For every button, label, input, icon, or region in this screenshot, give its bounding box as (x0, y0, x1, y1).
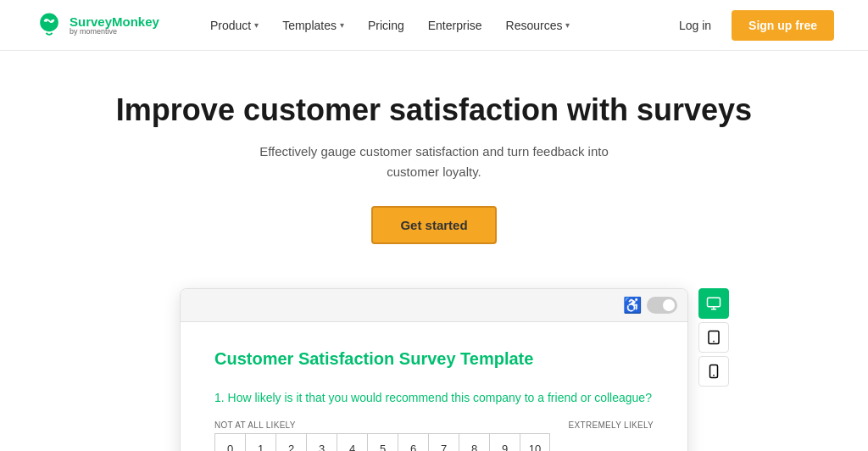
nav-enterprise-label: Enterprise (428, 19, 482, 32)
preview-wrapper: ♿ Customer Satisfaction Survey Template … (180, 288, 688, 451)
logo-sub: by momentive (70, 28, 159, 36)
svg-point-0 (40, 13, 58, 31)
toggle-switch[interactable] (647, 297, 677, 314)
scale-number-7[interactable]: 7 (428, 433, 459, 451)
preview-toolbar: ♿ (181, 289, 687, 322)
survey-preview-card: ♿ Customer Satisfaction Survey Template … (180, 288, 688, 451)
scale-number-5[interactable]: 5 (367, 433, 398, 451)
svg-rect-3 (708, 298, 721, 307)
nav-resources-label: Resources (506, 19, 563, 32)
preview-section: ♿ Customer Satisfaction Survey Template … (0, 271, 868, 451)
toolbar-icons: ♿ (623, 296, 677, 315)
nav-templates-label: Templates (282, 19, 337, 32)
scale-left-label: NOT AT ALL LIKELY (214, 420, 296, 430)
nav-product-label: Product (210, 19, 251, 32)
navbar-right: Log in Sign up free (669, 10, 834, 41)
survey-title: Customer Satisfaction Survey Template (214, 349, 654, 369)
scale-number-4[interactable]: 4 (337, 433, 367, 451)
signup-button[interactable]: Sign up free (732, 10, 834, 41)
scale-number-1[interactable]: 1 (245, 433, 275, 451)
nav-enterprise[interactable]: Enterprise (418, 12, 492, 39)
chevron-down-icon: ▾ (565, 20, 570, 30)
desktop-icon (706, 296, 721, 311)
svg-point-1 (45, 19, 47, 22)
scale-number-2[interactable]: 2 (275, 433, 306, 451)
chevron-down-icon: ▾ (254, 20, 259, 30)
question-body: How likely is it that you would recommen… (228, 391, 652, 404)
scale-labels: NOT AT ALL LIKELY EXTREMELY LIKELY (214, 420, 654, 430)
hero-title: Improve customer satisfaction with surve… (17, 92, 851, 128)
get-started-button[interactable]: Get started (371, 206, 496, 244)
nav-product[interactable]: Product ▾ (200, 12, 269, 39)
nav-pricing[interactable]: Pricing (358, 12, 415, 39)
hero-subtitle: Effectively gauge customer satisfaction … (256, 142, 612, 182)
nav-resources[interactable]: Resources ▾ (496, 12, 581, 39)
tablet-icon (706, 330, 721, 345)
scale-container: NOT AT ALL LIKELY EXTREMELY LIKELY 01234… (214, 420, 654, 451)
scale-right-label: EXTREMELY LIKELY (569, 420, 654, 430)
logo[interactable]: SurveyMonkey by momentive (34, 10, 159, 41)
navbar-left: SurveyMonkey by momentive Product ▾ Temp… (34, 10, 580, 41)
device-sidebar (698, 288, 729, 387)
chevron-down-icon: ▾ (340, 20, 344, 30)
tablet-view-button[interactable] (698, 322, 729, 353)
scale-number-3[interactable]: 3 (306, 433, 337, 451)
nav-templates[interactable]: Templates ▾ (272, 12, 354, 39)
mobile-view-button[interactable] (698, 356, 729, 387)
main-nav: Product ▾ Templates ▾ Pricing Enterprise… (200, 12, 581, 39)
login-button[interactable]: Log in (669, 12, 721, 39)
scale-number-8[interactable]: 8 (459, 433, 489, 451)
scale-number-0[interactable]: 0 (214, 433, 245, 451)
scale-number-9[interactable]: 9 (489, 433, 520, 451)
svg-point-2 (51, 19, 53, 22)
mobile-icon (706, 364, 721, 379)
logo-text: SurveyMonkey by momentive (70, 15, 159, 36)
question-text: 1. How likely is it that you would recom… (214, 389, 654, 407)
scale-number-10[interactable]: 10 (520, 433, 550, 451)
survey-content: Customer Satisfaction Survey Template 1.… (181, 322, 687, 451)
desktop-view-button[interactable] (698, 288, 729, 319)
scale-numbers: 012345678910 (214, 433, 654, 451)
nav-pricing-label: Pricing (368, 19, 404, 32)
scale-number-6[interactable]: 6 (398, 433, 428, 451)
question-number: 1. (214, 391, 228, 404)
accessibility-icon: ♿ (623, 296, 642, 315)
logo-icon (34, 10, 64, 41)
hero-section: Improve customer satisfaction with surve… (0, 51, 868, 271)
logo-name: SurveyMonkey (70, 15, 159, 28)
navbar: SurveyMonkey by momentive Product ▾ Temp… (0, 0, 868, 51)
